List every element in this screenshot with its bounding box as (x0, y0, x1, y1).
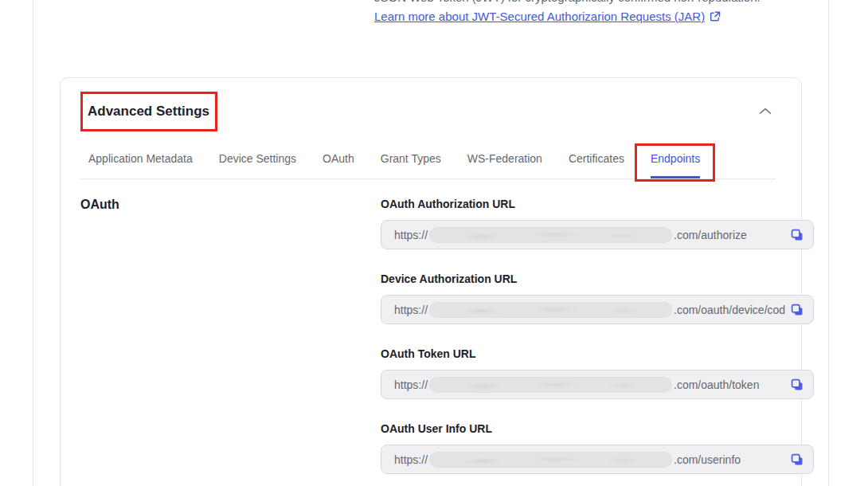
url-input[interactable]: https:// .com/authorize (381, 220, 814, 249)
card-title: Advanced Settings (88, 104, 209, 120)
tab-label: Application Metadata (88, 152, 193, 165)
learn-more-jar-link[interactable]: Learn more about JWT-Secured Authorizari… (374, 9, 705, 25)
endpoint-field: Device Authorization URL https:// .com/o… (381, 272, 814, 324)
tab-ws-federation[interactable]: WS-Federation (467, 141, 542, 178)
redacted-domain-blob (429, 377, 672, 393)
tab-device-settings[interactable]: Device Settings (219, 141, 296, 178)
card-header: Advanced Settings (61, 78, 801, 131)
endpoint-field: OAuth User Info URL https:// .com/userin… (381, 422, 814, 474)
copy-icon (790, 303, 804, 317)
chevron-up-icon (759, 108, 772, 115)
copy-icon (790, 453, 804, 467)
redacted-domain-blob (429, 302, 672, 318)
tab-endpoints[interactable]: Endpoints (651, 141, 700, 178)
tab-label: Device Settings (219, 152, 296, 165)
redacted-domain-blob (429, 227, 672, 243)
redacted-domain-blob (429, 452, 672, 468)
url-input[interactable]: https:// .com/userinfo (381, 445, 814, 474)
copy-icon (790, 228, 804, 242)
tab-label: OAuth (323, 152, 354, 165)
tab-label: Endpoints (651, 152, 700, 165)
endpoint-field-label: OAuth Authorization URL (381, 198, 814, 210)
tab-label: Certificates (569, 152, 624, 165)
url-suffix: .com/oauth/device/cod (674, 304, 785, 316)
url-prefix: https:// (394, 453, 428, 466)
tab-bar: Application Metadata Device Settings OAu… (80, 141, 776, 179)
external-link-icon (710, 11, 721, 22)
url-input[interactable]: https:// .com/oauth/token (381, 370, 814, 399)
tab-grant-types[interactable]: Grant Types (381, 141, 441, 178)
url-value: https:// .com/oauth/device/cod (394, 302, 785, 318)
url-value: https:// .com/userinfo (394, 452, 785, 468)
url-suffix: .com/userinfo (674, 453, 741, 466)
endpoint-field: OAuth Token URL https:// .com/oauth/toke… (381, 347, 814, 399)
endpoint-field-label: OAuth User Info URL (381, 422, 814, 435)
jwt-description-text-clipped: JSON Web Token (JWT) for cryptographical… (374, 0, 760, 6)
endpoints-panel: OAuth OAuth Authorization URL https:// .… (61, 179, 801, 486)
url-prefix: https:// (394, 304, 428, 316)
tab-label: Grant Types (381, 152, 441, 165)
url-suffix: .com/authorize (674, 229, 747, 241)
oauth-section-heading: OAuth (80, 198, 381, 474)
content-left-border (33, 0, 33, 486)
tab-application-metadata[interactable]: Application Metadata (88, 141, 193, 178)
endpoint-fields: OAuth Authorization URL https:// .com/au… (381, 198, 814, 474)
endpoint-field-label: Device Authorization URL (381, 272, 814, 285)
tab-oauth[interactable]: OAuth (323, 141, 354, 178)
copy-url-button[interactable] (790, 453, 804, 467)
copy-icon (790, 378, 804, 392)
url-prefix: https:// (394, 229, 428, 241)
learn-more-row: Learn more about JWT-Secured Authorizari… (374, 9, 721, 25)
url-prefix: https:// (394, 378, 428, 391)
annotation-box-advanced-settings: Advanced Settings (80, 92, 217, 131)
url-value: https:// .com/oauth/token (394, 377, 785, 393)
copy-url-button[interactable] (790, 378, 804, 392)
copy-url-button[interactable] (790, 303, 804, 317)
tab-certificates[interactable]: Certificates (569, 141, 624, 178)
content-right-border (828, 0, 829, 486)
copy-url-button[interactable] (790, 228, 804, 242)
url-suffix: .com/oauth/token (674, 378, 759, 391)
tab-label: WS-Federation (467, 152, 542, 165)
url-input[interactable]: https:// .com/oauth/device/cod (381, 295, 814, 324)
endpoint-field-label: OAuth Token URL (381, 347, 814, 360)
advanced-settings-card: Advanced Settings Application Metadata D… (60, 77, 802, 486)
url-value: https:// .com/authorize (394, 227, 785, 243)
collapse-section-button[interactable] (756, 104, 775, 118)
endpoint-field: OAuth Authorization URL https:// .com/au… (381, 198, 814, 249)
